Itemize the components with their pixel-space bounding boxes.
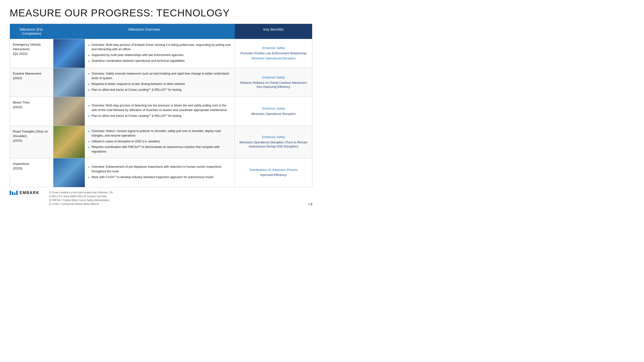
embark-logo: EMBARK <box>10 191 39 195</box>
header-milestone: Milestone (Est. Completion) <box>10 24 54 39</box>
overview-bullet: Plan to utilize test tracks at Crows Lan… <box>88 88 231 92</box>
cell-milestone: Evasive Maneuvers(2022) <box>10 68 54 97</box>
page-title: MEASURE OUR PROGRESS: TECHNOLOGY <box>10 7 312 19</box>
page-number: • 8 <box>308 202 312 206</box>
header-benefits: Key Benefits <box>235 24 312 39</box>
benefit-item: Minimizes Operational Disruption <box>251 112 296 116</box>
logo-bar-2 <box>12 192 13 195</box>
cell-overview: Overview: Detect / receive signal to pul… <box>54 126 235 158</box>
overview-bullet: Overview: Multi-step process of detectin… <box>88 103 231 112</box>
benefit-item: Reduces Reliance on Overly Cautious Mane… <box>238 81 309 89</box>
benefit-item: Promotes Positive Law Enforcement Relati… <box>240 51 306 56</box>
benefit-item: Enhances Safety <box>262 46 285 50</box>
overview-bullet: Seamless coordination between operationa… <box>88 59 231 63</box>
benefit-item: Minimizes Operational Disruption <box>251 56 296 61</box>
cell-milestone: Inspections(2023) <box>10 158 54 187</box>
overview-bullet: Supported by multi-year relationships wi… <box>88 53 231 57</box>
overview-bullet: Overview: Detect / receive signal to pul… <box>88 129 231 138</box>
benefit-item: Enhances Safety <box>262 107 285 111</box>
main-table: Milestone (Est. Completion) Milestone Ov… <box>10 24 312 187</box>
footnote: 2) RELLIS is Texas A&M's RELLIS Campus' … <box>49 195 298 198</box>
benefit-item: Enhances Safety <box>262 75 285 80</box>
cell-overview: Overview: Multi-step process of Embark D… <box>54 39 235 68</box>
table-header: Milestone (Est. Completion) Milestone Ov… <box>10 24 312 39</box>
cell-milestone: Emergency Vehicle Interactions(Q2 2022) <box>10 39 54 68</box>
cell-benefits: Enhances SafetyPromotes Positive Law Enf… <box>235 39 312 68</box>
image-placeholder <box>54 97 85 126</box>
table-body: Emergency Vehicle Interactions(Q2 2022) … <box>10 39 312 187</box>
overview-bullet: Overview: Enhancement of pre-departure i… <box>88 165 231 174</box>
logo-text: EMBARK <box>20 191 39 195</box>
overview-bullet: Requires coordination with FMCSA(3) to d… <box>88 145 231 154</box>
footnote: 4) CVSA = Commercial Vehicle Safety Alli… <box>49 202 298 206</box>
overview-text: Overview: Enhancement of pre-departure i… <box>85 158 234 187</box>
table-row-blown-tires: Blown Tires(2023) Overview: Multi-step p… <box>10 97 312 126</box>
overview-bullet: Overview: Multi-step process of Embark D… <box>88 43 231 52</box>
image-placeholder <box>54 39 85 68</box>
table-row-evasive-maneuvers: Evasive Maneuvers(2022) Overview: Safely… <box>10 68 312 97</box>
footnote: 3) FMCSA = Federal Motor Carrier Safety … <box>49 198 298 202</box>
emergency-vehicle-interactions-image <box>54 39 85 68</box>
benefit-item: Improved Efficiency <box>260 173 286 177</box>
evasive-maneuvers-image <box>54 68 85 97</box>
benefit-item: Standardizes AV Inspection Process <box>249 168 298 172</box>
cell-overview: Overview: Multi-step process of detectin… <box>54 97 235 126</box>
header-overview: Milestone Overview <box>54 24 235 39</box>
table-row-inspections: Inspections(2023) Overview: Enhancement … <box>10 158 312 187</box>
table-row-emergency-vehicle-interactions: Emergency Vehicle Interactions(Q2 2022) … <box>10 39 312 68</box>
cell-benefits: Enhances SafetyReduces Reliance on Overl… <box>235 68 312 97</box>
overview-bullet: Utilized in cases of disruption to ODD (… <box>88 139 231 144</box>
table-row-road-triangles: Road Triangles (Stop on Shoulder)(2023) … <box>10 126 312 158</box>
image-placeholder <box>54 68 85 97</box>
overview-bullet: Plan to utilize test tracks at Crows Lan… <box>88 114 231 118</box>
logo-bars-icon <box>10 191 18 195</box>
overview-text: Overview: Detect / receive signal to pul… <box>85 126 234 158</box>
blown-tires-image <box>54 97 85 126</box>
benefit-item: Enhances Safety <box>262 135 285 139</box>
benefit-item: Minimizes Operational Disruption (Truck … <box>238 140 309 149</box>
cell-overview: Overview: Safely execute maneuvers such … <box>54 68 235 97</box>
overview-text: Overview: Multi-step process of Embark D… <box>85 39 234 68</box>
footnotes: 1) Crows Landing is a test track located… <box>49 191 298 206</box>
footer: EMBARK 1) Crows Landing is a test track … <box>10 191 312 206</box>
footnote: 1) Crows Landing is a test track located… <box>49 191 298 195</box>
cell-benefits: Enhances SafetyMinimizes Operational Dis… <box>235 126 312 158</box>
cell-benefits: Standardizes AV Inspection ProcessImprov… <box>235 158 312 187</box>
logo-bar-1 <box>10 191 11 195</box>
inspections-image <box>54 158 85 187</box>
cell-benefits: Enhances SafetyMinimizes Operational Dis… <box>235 97 312 126</box>
image-placeholder <box>54 158 85 187</box>
cell-milestone: Road Triangles (Stop on Shoulder)(2023) <box>10 126 54 158</box>
overview-text: Overview: Multi-step process of detectin… <box>85 97 234 126</box>
overview-bullet: Overview: Safely execute maneuvers such … <box>88 71 231 81</box>
logo-bar-3 <box>14 193 16 195</box>
overview-bullet: Required to better respond to erratic dr… <box>88 82 231 86</box>
cell-milestone: Blown Tires(2023) <box>10 97 54 126</box>
logo-bar-4 <box>16 191 18 195</box>
overview-bullet: Work with CVSA(4) to develop industry st… <box>88 175 231 180</box>
road-triangles-image <box>54 126 85 158</box>
overview-text: Overview: Safely execute maneuvers such … <box>85 68 234 97</box>
cell-overview: Overview: Enhancement of pre-departure i… <box>54 158 235 187</box>
image-placeholder <box>54 126 85 158</box>
